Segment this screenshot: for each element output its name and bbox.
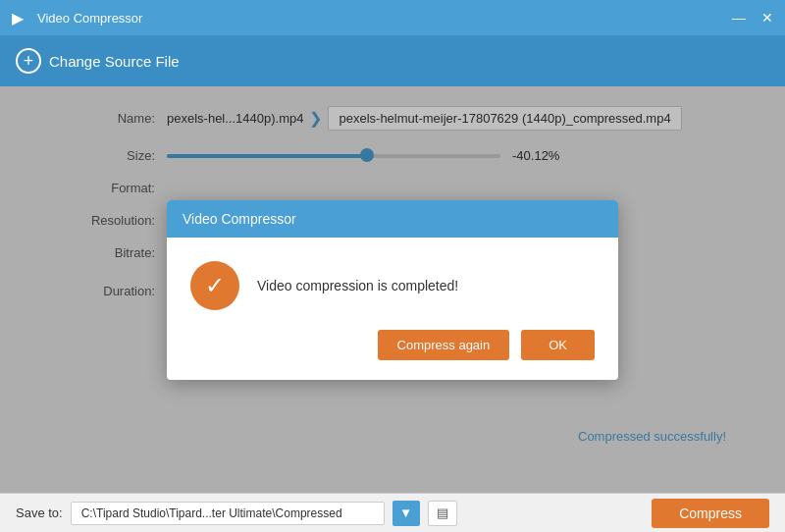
modal-dialog: Video Compressor ✓ Video compression is … — [167, 200, 618, 380]
folder-button[interactable]: ▤ — [428, 501, 457, 526]
modal-title: Video Compressor — [183, 211, 296, 227]
compress-again-button[interactable]: Compress again — [378, 330, 510, 360]
compress-button[interactable]: Compress — [652, 499, 769, 528]
modal-body: ✓ Video compression is completed! — [167, 238, 618, 330]
change-source-button[interactable]: + Change Source File — [16, 48, 180, 74]
change-source-label: Change Source File — [49, 53, 180, 70]
title-bar: ▶ Video Compressor — ✕ — [0, 0, 785, 35]
modal-header: Video Compressor — [167, 200, 618, 238]
plus-circle-icon: + — [16, 48, 41, 74]
folder-icon: ▤ — [437, 505, 448, 520]
close-button[interactable]: ✕ — [761, 11, 773, 25]
chevron-down-icon: ▼ — [399, 505, 412, 520]
modal-overlay: Video Compressor ✓ Video compression is … — [0, 86, 785, 493]
modal-message: Video compression is completed! — [257, 278, 458, 293]
toolbar: + Change Source File — [0, 35, 785, 86]
checkmark-icon: ✓ — [205, 272, 225, 299]
main-content: Name: pexels-hel...1440p).mp4 ❯ pexels-h… — [0, 86, 785, 493]
modal-footer: Compress again OK — [167, 330, 618, 380]
app-icon: ▶ — [12, 9, 29, 27]
title-bar-left: ▶ Video Compressor — [12, 9, 142, 27]
save-label: Save to: — [16, 505, 63, 520]
app-title: Video Compressor — [37, 11, 142, 26]
check-circle: ✓ — [190, 261, 239, 310]
ok-button[interactable]: OK — [521, 330, 595, 360]
dropdown-button[interactable]: ▼ — [392, 501, 420, 526]
save-path-input[interactable] — [71, 502, 385, 525]
title-bar-controls: — ✕ — [732, 11, 773, 25]
bottom-bar: Save to: ▼ ▤ Compress — [0, 493, 785, 532]
minimize-button[interactable]: — — [732, 11, 746, 25]
